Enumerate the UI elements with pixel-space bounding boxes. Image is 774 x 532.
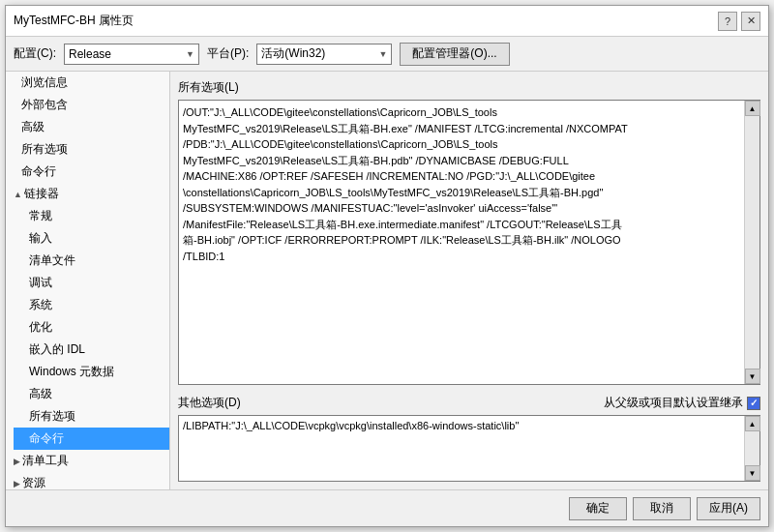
resources-expand-icon: ▶ (14, 479, 20, 488)
main-vscroll-up[interactable]: ▲ (745, 101, 760, 116)
sidebar-item-manifest-file[interactable]: 清单文件 (14, 250, 169, 272)
config-manager-button[interactable]: 配置管理器(O)... (400, 43, 509, 66)
other-text-area: /LIBPATH:"J:\_ALL\CODE\vcpkg\vcpkg\insta… (178, 415, 760, 482)
right-panel: 所有选项(L) /OUT:"J:\_ALL\CODE\gitee\constel… (170, 72, 768, 489)
sidebar-item-system[interactable]: 系统 (14, 294, 169, 316)
resources-label: 资源 (22, 475, 45, 489)
lower-section: 其他选项(D) 从父级或项目默认设置继承 ✓ /LIBPATH:"J:\_ALL… (178, 395, 760, 482)
sidebar-item-debug[interactable]: 调试 (14, 272, 169, 294)
sidebar-item-optimize[interactable]: 优化 (14, 316, 169, 339)
other-options-label: 其他选项(D) (178, 395, 241, 411)
config-label: 配置(C): (14, 45, 56, 62)
sidebar-item-general[interactable]: 常规 (14, 205, 169, 227)
platform-select[interactable]: 活动(Win32) ▼ (256, 44, 392, 65)
sidebar-item-all-options2[interactable]: 所有选项 (14, 405, 169, 428)
sidebar-item-win-metadata[interactable]: Windows 元数据 (14, 361, 169, 383)
main-text-area: /OUT:"J:\_ALL\CODE\gitee\constellations\… (178, 100, 760, 385)
sidebar-linker-group[interactable]: ▲ 链接器 (6, 183, 169, 205)
platform-label: 平台(P): (207, 45, 249, 62)
sidebar-item-browse-info[interactable]: 浏览信息 (6, 72, 169, 94)
all-options-label: 所有选项(L) (178, 79, 760, 96)
sidebar-item-cmdline2[interactable]: 命令行 (14, 428, 169, 450)
config-value: Release (69, 47, 111, 61)
clean-tools-expand-icon: ▶ (14, 457, 20, 466)
main-text-content[interactable]: /OUT:"J:\_ALL\CODE\gitee\constellations\… (179, 101, 744, 384)
sidebar-clean-tools-group[interactable]: ▶ 清单工具 (6, 450, 169, 472)
sidebar-item-external-include[interactable]: 外部包含 (6, 94, 169, 116)
sidebar-item-embedded-idl[interactable]: 嵌入的 IDL (14, 339, 169, 361)
checkbox-check-icon: ✓ (750, 398, 758, 408)
main-vscroll[interactable]: ▲ ▼ (744, 101, 759, 384)
footer: 确定 取消 应用(A) (6, 489, 768, 526)
inherit-check-container: 从父级或项目默认设置继承 ✓ (604, 395, 760, 411)
linker-label: 链接器 (24, 186, 59, 202)
apply-button[interactable]: 应用(A) (697, 497, 760, 520)
toolbar: 配置(C): Release ▼ 平台(P): 活动(Win32) ▼ 配置管理… (6, 37, 768, 72)
platform-arrow-icon: ▼ (378, 49, 387, 59)
sidebar-item-advanced[interactable]: 高级 (6, 116, 169, 138)
main-content: 浏览信息 外部包含 高级 所有选项 命令行 ▲ 链接器 常规 输入 清单文件 调… (6, 72, 768, 489)
ok-button[interactable]: 确定 (569, 497, 627, 520)
lower-vscroll-up[interactable]: ▲ (745, 416, 760, 431)
lower-vscroll[interactable]: ▲ ▼ (744, 416, 759, 481)
sidebar-sub-linker: 常规 输入 清单文件 调试 系统 优化 嵌入的 IDL Windows 元数据 … (6, 205, 169, 450)
help-button[interactable]: ? (718, 12, 737, 31)
lower-vscroll-down[interactable]: ▼ (745, 465, 760, 481)
inherit-checkbox[interactable]: ✓ (747, 397, 760, 410)
dialog-title: MyTestMFC-BH 属性页 (14, 13, 134, 29)
sidebar-item-input[interactable]: 输入 (14, 227, 169, 250)
platform-value: 活动(Win32) (261, 45, 325, 62)
inherit-label: 从父级或项目默认设置继承 (604, 395, 743, 411)
properties-dialog: MyTestMFC-BH 属性页 ? ✕ 配置(C): Release ▼ 平台… (5, 5, 769, 527)
title-bar: MyTestMFC-BH 属性页 ? ✕ (6, 6, 768, 37)
sidebar-item-all-options[interactable]: 所有选项 (6, 138, 169, 161)
config-select[interactable]: Release ▼ (64, 44, 199, 65)
title-bar-buttons: ? ✕ (718, 12, 760, 31)
config-arrow-icon: ▼ (186, 49, 194, 59)
lower-header: 其他选项(D) 从父级或项目默认设置继承 ✓ (178, 395, 760, 411)
sidebar: 浏览信息 外部包含 高级 所有选项 命令行 ▲ 链接器 常规 输入 清单文件 调… (6, 72, 170, 489)
close-button[interactable]: ✕ (741, 12, 760, 31)
clean-tools-label: 清单工具 (22, 453, 69, 469)
sidebar-resources-group[interactable]: ▶ 资源 (6, 472, 169, 489)
main-vscroll-down[interactable]: ▼ (745, 369, 760, 384)
other-text-content[interactable]: /LIBPATH:"J:\_ALL\CODE\vcpkg\vcpkg\insta… (179, 416, 744, 481)
linker-expand-icon: ▲ (14, 190, 22, 199)
sidebar-item-advanced2[interactable]: 高级 (14, 383, 169, 405)
cancel-button[interactable]: 取消 (633, 497, 691, 520)
sidebar-item-cmdline[interactable]: 命令行 (6, 161, 169, 183)
